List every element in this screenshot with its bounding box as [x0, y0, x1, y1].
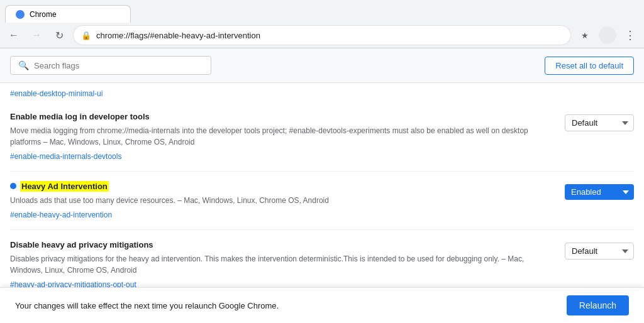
flag-title-text-heavy-ad: Heavy Ad Intervention [20, 181, 109, 192]
flag-select-privacy-mitigations[interactable]: Default Enabled Disabled [565, 243, 634, 260]
tab-favicon [16, 10, 25, 19]
search-bar-area: 🔍 Reset all to default [0, 48, 644, 83]
url-text: chrome://flags/#enable-heavy-ad-interven… [96, 31, 563, 40]
reset-all-button[interactable]: Reset all to default [545, 57, 634, 75]
flag-desc-heavy-ad: Unloads ads that use too many device res… [10, 195, 550, 206]
flags-list: #enable-desktop-minimal-ui Enable media … [0, 83, 644, 287]
flag-title-privacy-mitigations: Disable heavy ad privacy mitigations [10, 240, 550, 249]
partial-link[interactable]: #enable-desktop-minimal-ui [10, 83, 634, 102]
flag-item-privacy-mitigations: Disable heavy ad privacy mitigations Dis… [10, 230, 634, 287]
flag-control-heavy-ad: Enabled Default Disabled [565, 184, 634, 200]
notification-bar: Your changes will take effect the next t… [0, 287, 644, 323]
flag-title-media-log: Enable media log in developer tools [10, 112, 550, 121]
address-bar[interactable]: 🔒 chrome://flags/#enable-heavy-ad-interv… [73, 25, 571, 45]
browser-chrome: Chrome ← → ↻ 🔒 chrome://flags/#enable-he… [0, 0, 644, 48]
flag-link-heavy-ad[interactable]: #enable-heavy-ad-intervention [10, 211, 112, 219]
active-tab[interactable]: Chrome [5, 5, 131, 23]
flag-link-media-log[interactable]: #enable-media-internals-devtools [10, 152, 121, 161]
flag-control-media-log: Default Enabled Disabled [565, 114, 634, 131]
forward-button[interactable]: → [28, 26, 45, 44]
relaunch-button[interactable]: Relaunch [567, 295, 629, 315]
flag-select-heavy-ad[interactable]: Enabled Default Disabled [565, 184, 634, 200]
bookmark-button[interactable]: ★ [576, 26, 594, 44]
profile-button[interactable] [599, 26, 616, 44]
flag-info-privacy-mitigations: Disable heavy ad privacy mitigations Dis… [10, 240, 550, 287]
back-button[interactable]: ← [5, 26, 23, 44]
flag-title-row-heavy-ad: Heavy Ad Intervention [10, 182, 550, 195]
flag-item-media-log: Enable media log in developer tools Move… [10, 102, 634, 172]
nav-bar: ← → ↻ 🔒 chrome://flags/#enable-heavy-ad-… [0, 23, 644, 48]
flag-title-heavy-ad: Heavy Ad Intervention [20, 182, 109, 191]
flag-select-media-log[interactable]: Default Enabled Disabled [565, 114, 634, 131]
flag-desc-privacy-mitigations: Disables privacy mitigations for the hea… [10, 253, 550, 276]
tab-bar: Chrome [0, 0, 644, 23]
search-input-wrapper: 🔍 [10, 56, 211, 75]
lock-icon: 🔒 [81, 31, 91, 40]
reload-button[interactable]: ↻ [50, 26, 68, 44]
menu-button[interactable]: ⋮ [621, 26, 639, 44]
search-input[interactable] [34, 61, 203, 70]
flag-link-privacy-mitigations[interactable]: #heavy-ad-privacy-mitigations-opt-out [10, 280, 136, 287]
search-icon: 🔍 [18, 60, 29, 70]
flag-indicator-heavy-ad [10, 183, 16, 189]
flag-info-media-log: Enable media log in developer tools Move… [10, 112, 550, 161]
flags-page: 🔍 Reset all to default #enable-desktop-m… [0, 48, 644, 287]
flag-item-heavy-ad: Heavy Ad Intervention Unloads ads that u… [10, 172, 634, 230]
flag-info-heavy-ad: Heavy Ad Intervention Unloads ads that u… [10, 182, 550, 219]
notification-text: Your changes will take effect the next t… [15, 301, 279, 310]
flag-control-privacy-mitigations: Default Enabled Disabled [565, 243, 634, 260]
tab-label: Chrome [30, 10, 57, 19]
flag-desc-media-log: Move media logging from chrome://media-i… [10, 125, 550, 148]
